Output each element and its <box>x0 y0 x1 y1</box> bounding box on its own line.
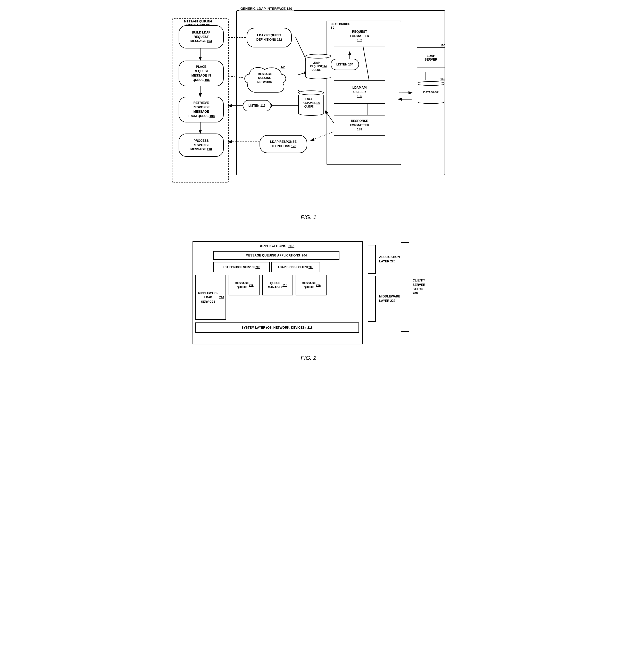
fig2-diagram: APPLICATIONS 202 MESSAGE QUEUING APPLICA… <box>193 241 424 350</box>
applications-label: APPLICATIONS 202 <box>195 244 359 248</box>
ldap-response-queue-cyl: LDAPRESPONSEQUEUE 126 <box>298 90 324 116</box>
queue-manager-box: QUEUEMANAGER210 <box>262 275 293 295</box>
mqa-204-box: MESSAGE QUEUING APPLICATIONS 204 <box>213 251 340 260</box>
message-queue-214-box: MESSAGEQUEUE214 <box>295 275 327 295</box>
fig2-title: FIG. 2 <box>300 355 316 361</box>
page-container: MESSAGE QUEUINGAPPLICATION 102 GENERIC L… <box>15 10 602 361</box>
middleware-layer-bracket: MIDDLEWARELAYER 222 <box>365 275 400 323</box>
listen-134-node: LISTEN 134 <box>331 59 359 70</box>
ldap-request-defs-node: LDAP REQUESTDEFINITIONS 122 <box>247 28 292 47</box>
process-response-node: PROCESSRESPONSEMESSAGE 110 <box>179 134 224 157</box>
request-formatter-box: REQUESTFORMATTER132 <box>334 26 385 46</box>
ldap-server-container: 150 LDAPSERVER <box>417 44 445 68</box>
retrieve-response-node: RETRIEVERESPONSEMESSAGEFROM QUEUE 108 <box>179 97 224 123</box>
fig2-section: APPLICATIONS 202 MESSAGE QUEUING APPLICA… <box>15 241 602 361</box>
client-server-bracket: CLIENT/SERVERSTACK200 <box>399 241 425 333</box>
system-layer-box: SYSTEM LAYER (OS, NETWORK, DEVICES) 218 <box>195 322 359 333</box>
listen-116-node: LISTEN 116 <box>243 100 271 111</box>
gli-label: GENERIC LDAP INTERFACE 120 <box>239 7 294 11</box>
ldap-response-defs-node: LDAP RESPONSEDEFINITIONS 128 <box>259 135 307 153</box>
fig1-section: MESSAGE QUEUINGAPPLICATION 102 GENERIC L… <box>15 10 602 221</box>
cloud-shape: MESSAGEQUEUINGNETWORK 140 <box>241 64 288 101</box>
fig1-diagram: MESSAGE QUEUINGAPPLICATION 102 GENERIC L… <box>167 10 450 211</box>
fig1-title: FIG. 1 <box>15 214 602 221</box>
ldap-request-queue-cyl: LDAPREQUESTQUEUE 124 <box>305 54 331 79</box>
ldap-api-caller-box: LDAP APICALLER136 <box>334 80 385 104</box>
message-queue-212-box: MESSAGEQUEUE212 <box>229 275 259 295</box>
middleware-ldap-box: MIDDLEWARE/LDAP SERVICES216 <box>195 275 226 320</box>
lbs-206-box: LDAP BRIDGE SERVICE 206 <box>213 262 270 272</box>
place-request-node: PLACEREQUESTMESSAGE INQUEUE 106 <box>179 60 224 87</box>
build-ldap-node: BUILD LDAPREQUESTMESSAGE 104 <box>179 25 224 48</box>
app-layer-bracket: APPLICATIONLAYER 220 <box>365 244 400 275</box>
lbc-208-box: LDAP BRIDGE CLIENT208 <box>271 262 320 272</box>
database-container: 152 DATABASE <box>417 77 445 104</box>
response-formatter-box: RESPONSEFORMATTER138 <box>334 115 385 136</box>
